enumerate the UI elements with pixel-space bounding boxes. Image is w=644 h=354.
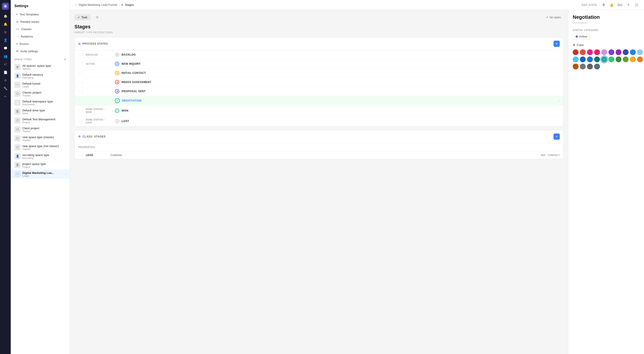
color-14[interactable] xyxy=(594,56,600,62)
space-type-default-teamspace[interactable]: 📄 Default teamspace type Documents xyxy=(11,98,70,107)
space-type-client-project[interactable]: ☐ Client project Tracker xyxy=(11,125,70,134)
color-10[interactable] xyxy=(637,49,643,55)
color-3[interactable] xyxy=(587,49,593,55)
state-row-needs-assessment[interactable]: ⋮⋮ ◑ NEEDS ASSESSMENT xyxy=(75,78,563,87)
state-row-won[interactable]: ⋮⋮ DONE STATUS /WON ✓ WON xyxy=(75,106,563,116)
related-issues-icon: ◎ xyxy=(16,20,18,23)
state-row-proposal-sent[interactable]: ⋮⋮ ◑ PROPOSAL SENT xyxy=(75,87,563,96)
drag-handle-won[interactable]: ⋮⋮ xyxy=(78,109,84,112)
chat-icon[interactable]: 💬 xyxy=(2,45,9,52)
lead-row[interactable]: ⋮⋮ LEAD Customer REF : CONTACT xyxy=(75,151,563,159)
close-button[interactable]: ✕ xyxy=(625,2,632,8)
color-9[interactable] xyxy=(630,49,636,55)
active-badge[interactable]: Active xyxy=(573,33,590,40)
nav-invite-settings[interactable]: ✉ Invite settings xyxy=(12,48,68,55)
nav-enums[interactable]: ≡ Enums xyxy=(12,40,68,47)
space-type-classic-project[interactable]: ☐ Classic project Tracker xyxy=(11,89,70,98)
space-type-default-drive[interactable]: 🗄 Default drive type Drive xyxy=(11,107,70,116)
state-row-backlog[interactable]: ⋮⋮ BACKLOG ○ BACKLOG xyxy=(75,50,563,59)
pencil-icon[interactable]: ✏ xyxy=(2,93,9,100)
space-type-default-vacancy[interactable]: 👤 Default vacancy Recruiting xyxy=(11,71,70,80)
no-tasks-button[interactable]: ↗ No tasks xyxy=(543,14,564,20)
classes-label: Classes xyxy=(21,27,32,31)
space-type-default-test[interactable]: ☐ Default Test Management Project xyxy=(11,116,70,125)
edit-panel: Negotiation Description STATUS CATEGORY … xyxy=(568,10,644,354)
nav-related-issues[interactable]: ◎ Related issues xyxy=(12,18,68,25)
color-2[interactable] xyxy=(580,49,586,55)
negotiation-title[interactable]: Negotiation xyxy=(573,14,640,20)
esc-badge[interactable]: Esc xyxy=(617,3,624,7)
grid-icon[interactable]: ⊞ xyxy=(2,28,9,36)
star-icon[interactable]: ⚙ xyxy=(2,77,9,84)
digital-marketing-icon: ⋯ xyxy=(14,171,20,177)
color-5[interactable] xyxy=(601,49,607,55)
color-sliders-icon: ⚙ xyxy=(573,43,576,47)
teamspace-name: Default teamspace type xyxy=(22,100,53,103)
users-icon[interactable]: 👥 xyxy=(2,53,9,60)
breadcrumb-parent[interactable]: Digital Marketing Lead Funnel xyxy=(79,3,117,6)
color-23[interactable] xyxy=(587,64,593,69)
expand-button[interactable]: ⬜ xyxy=(633,2,640,8)
color-8[interactable] xyxy=(623,49,628,55)
space-type-new-not-classic[interactable]: ☐ new space type (not classic) Tracker xyxy=(11,143,70,152)
doc-icon[interactable]: 📄 xyxy=(2,69,9,76)
color-4[interactable] xyxy=(594,49,600,55)
tools-icon[interactable]: 🔧 xyxy=(2,85,9,92)
state-row-initial-contact[interactable]: ⋮⋮ ◑ INITIAL CONTACT xyxy=(75,68,563,78)
drag-handle-lost[interactable]: ⋮⋮ xyxy=(78,120,84,123)
nav-classes[interactable]: <> Classes xyxy=(12,26,68,33)
space-type-default-funnel[interactable]: ⋯ Default funnel Leads xyxy=(11,80,70,89)
drag-handle-needs[interactable]: ⋮⋮ xyxy=(78,81,84,84)
recruiting-text: recruiting space type Recruiting xyxy=(22,153,49,159)
space-type-all-spaces[interactable]: ⊞ All spaces' space type Spaces xyxy=(11,62,70,71)
edit-state-label: EDIT STATE xyxy=(582,3,597,6)
color-20[interactable] xyxy=(637,56,643,62)
notify-button[interactable]: 🔔 xyxy=(609,2,615,8)
bell-icon[interactable]: 🔔 xyxy=(2,20,9,28)
color-11[interactable] xyxy=(573,56,578,62)
other-tab[interactable]: ♻ xyxy=(93,14,102,20)
color-18[interactable] xyxy=(623,56,628,62)
drag-handle-negotiation[interactable]: ⋮⋮ xyxy=(78,99,84,102)
color-17[interactable] xyxy=(616,56,622,62)
task-tab[interactable]: ✓ Task xyxy=(74,14,90,20)
nav-text-templates[interactable]: ≡ Text Templates xyxy=(12,11,68,18)
tag-icon[interactable]: 🏷 xyxy=(2,61,9,68)
space-type-new-classic[interactable]: ☐ new space type (classic) Tracker xyxy=(11,134,70,143)
state-row-lost[interactable]: ⋮⋮ DONE STATUS /LOST ✕ LOST xyxy=(75,116,563,126)
drag-handle-backlog[interactable]: ⋮⋮ xyxy=(78,53,84,56)
drag-handle-proposal[interactable]: ⋮⋮ xyxy=(78,90,84,93)
delete-button[interactable]: 🗑 xyxy=(601,2,607,8)
color-21[interactable] xyxy=(573,64,578,69)
state-row-negotiation[interactable]: ⋮⋮ ● NEGOTIATION › xyxy=(75,96,563,106)
state-row-new-inquiry[interactable]: ⋮⋮ ACTIVE ◑ NEW INQUIRY xyxy=(75,59,563,68)
color-6[interactable] xyxy=(608,49,614,55)
drag-handle-contact[interactable]: ⋮⋮ xyxy=(78,71,84,75)
color-7[interactable] xyxy=(616,49,622,55)
add-state-button[interactable]: + xyxy=(554,41,560,47)
drag-handle-inquiry[interactable]: ⋮⋮ xyxy=(78,62,84,65)
space-type-digital-marketing[interactable]: ⋯ Digital Marketing Lea... Leads › xyxy=(11,170,70,178)
color-19[interactable] xyxy=(630,56,636,62)
app-logo[interactable] xyxy=(2,3,9,10)
nav-relations[interactable]: → Relations xyxy=(12,33,68,40)
color-13[interactable] xyxy=(587,56,593,62)
color-15[interactable]: ✓ xyxy=(601,56,607,62)
add-space-type-button[interactable]: + xyxy=(64,58,66,61)
color-12[interactable] xyxy=(580,56,586,62)
space-type-project-space[interactable]: 🗄 project space type Project xyxy=(11,161,70,170)
task-icon: ✓ xyxy=(78,16,80,19)
drag-handle-lead[interactable]: ⋮⋮ xyxy=(78,154,84,157)
color-16[interactable] xyxy=(608,56,614,62)
color-22[interactable] xyxy=(580,64,586,69)
color-24[interactable] xyxy=(594,64,600,69)
negotiation-state-name: NEGOTIATION xyxy=(122,99,142,102)
add-class-button[interactable]: + xyxy=(554,134,560,140)
home-icon[interactable]: 🏠 xyxy=(2,12,9,20)
color-grid: ✓ xyxy=(573,49,640,69)
space-type-recruiting[interactable]: 👤 recruiting space type Recruiting xyxy=(11,152,70,161)
person-icon[interactable]: 👤 xyxy=(2,37,9,44)
color-1[interactable] xyxy=(573,49,578,55)
breadcrumb-current: Stages xyxy=(125,3,134,6)
description-placeholder[interactable]: Description xyxy=(573,21,640,24)
